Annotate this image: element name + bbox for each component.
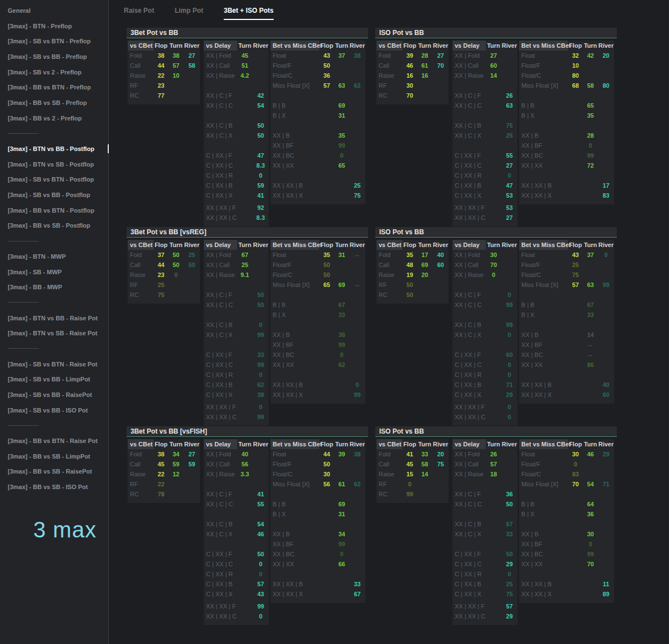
column-header: River <box>501 242 517 248</box>
sidebar-item[interactable]: [3max] - SB vs BB - Preflop <box>0 49 108 64</box>
table-header-row: vs CBetFlopTurnRiver <box>376 41 449 51</box>
column-header: River <box>432 42 449 49</box>
column-header: River <box>432 441 449 447</box>
stat-label: C | XX | R <box>204 571 237 577</box>
row-spacer <box>519 290 614 300</box>
stat-value-river: 50 <box>184 261 200 268</box>
tab-raise-pot[interactable]: Raise Pot <box>124 7 154 20</box>
sidebar-item[interactable]: [3max] - SB vs 2 - Preflop <box>0 64 108 80</box>
panel-tables: vs CBetFlopTurnRiverFold383827Call445758… <box>127 41 368 222</box>
sidebar-item[interactable]: General <box>0 3 108 18</box>
stat-label: Call <box>128 261 154 268</box>
panel-title: ISO Pot vs BB <box>375 426 617 437</box>
stat-row: Fold383827 <box>128 51 200 61</box>
sidebar-item[interactable]: [3max] - SB - MWP <box>0 264 108 280</box>
stat-value-river: 0 <box>501 571 517 577</box>
stat-value-river: 0 <box>253 371 269 378</box>
sidebar-item[interactable]: [3max] - BB - MWP <box>0 279 108 295</box>
stat-row: XX | BF0 <box>519 140 614 150</box>
stat-row: XX | C | C55 <box>204 499 269 509</box>
stat-value-turn: 28 <box>583 132 598 139</box>
stat-value-river: 27 <box>184 52 200 59</box>
sidebar-item[interactable]: [3max] - BB vs SB - Postflop <box>0 218 108 234</box>
stat-label: Raise <box>128 271 154 278</box>
stat-value-turn: 36 <box>583 511 598 517</box>
stat-label: XX | XX | X <box>270 391 319 398</box>
sidebar-item[interactable]: [3max] - BB vs 2 - Preflop <box>0 110 108 126</box>
stat-label: XX | C | B <box>452 521 486 527</box>
column-header: Turn <box>237 42 253 49</box>
stat-value-river: 0 <box>253 172 269 179</box>
stat-value-turn: 50 <box>168 251 184 258</box>
stat-row: C | XX | X38 <box>204 390 269 400</box>
stat-value-turn: 38 <box>168 52 184 59</box>
sidebar-item[interactable]: [3max] - SB vs BB - ISO Pot <box>0 402 108 418</box>
sidebar-item[interactable]: [3max] - SB vs BTN - Preflop <box>0 33 108 49</box>
app-root: General[3max] - BTN - Preflop[3max] - SB… <box>0 0 669 644</box>
column-header: Flop <box>403 42 417 49</box>
stat-row: XX | C | C63 <box>452 100 517 110</box>
sidebar-item[interactable]: [3max] - BTN vs SB - Raise Pot <box>0 325 108 341</box>
sidebar-item[interactable]: [3max] - SB vs BB - LimpPot <box>0 372 108 388</box>
stat-row: Float/F50 <box>270 459 365 469</box>
stat-label: XX | BF <box>519 142 568 149</box>
sidebar-item[interactable]: [3max] - SB vs BB - RaisePot <box>0 387 108 402</box>
stat-value-flop: 78 <box>154 491 168 497</box>
sidebar-item[interactable]: [3max] - BTN vs BB - Raise Pot <box>0 310 108 326</box>
tab-limp-pot[interactable]: Limp Pot <box>175 7 203 20</box>
stat-value-turn: 18 <box>486 471 501 477</box>
tab-3bet-iso-pots[interactable]: 3Bet + ISO Pots <box>224 7 274 20</box>
sidebar-item[interactable]: [3max] - BTN vs BB - Postflop <box>0 141 108 157</box>
stat-row: C | XX | F60 <box>452 350 517 360</box>
table-header-row: vs DelayTurnRiver <box>452 439 517 449</box>
stat-row: Raise2210 <box>128 71 200 80</box>
sidebar-item[interactable]: [3max] - SB vs BTN - Raise Pot <box>0 356 108 372</box>
sidebar-item[interactable]: [3max] - SB vs BB - Postflop <box>0 187 108 203</box>
stat-label: XX | C | C <box>452 102 486 109</box>
sidebar-item[interactable]: [3max] - BB vs BTN - Postflop <box>0 203 108 218</box>
stat-row: XX | XX | B25 <box>270 180 365 190</box>
sidebar-item[interactable]: [3max] - BB vs SB - Preflop <box>0 95 108 110</box>
stat-value-river: 25 <box>349 182 365 189</box>
row-spacer <box>204 509 269 519</box>
stat-value-river: 50 <box>253 301 269 308</box>
stat-row: XX | C | X99 <box>204 330 269 340</box>
sidebar-item[interactable]: [3max] - BB vs SB - LimpPot <box>0 449 108 464</box>
column-header: Turn <box>417 441 432 447</box>
main-content: Raise PotLimp Pot3Bet + ISO Pots 3Bet Po… <box>109 0 669 644</box>
sidebar-item[interactable]: [3max] - BTN - MWP <box>0 249 108 264</box>
sidebar-item[interactable]: [3max] - BB vs SB - RaisePot <box>0 464 108 480</box>
stat-value-river: 47 <box>253 152 269 159</box>
row-spacer <box>519 519 614 529</box>
stat-row: C | XX | C8.3 <box>204 160 269 170</box>
row-spacer <box>270 489 365 499</box>
stat-value-river: 63 <box>501 102 517 109</box>
tab-label: Limp Pot <box>175 7 203 14</box>
sidebar-item[interactable]: [3max] - SB vs BTN - Postflop <box>0 172 108 188</box>
stat-value-river: 92 <box>253 204 269 211</box>
stat-value-turn: 99 <box>583 551 598 557</box>
row-spacer <box>204 280 269 290</box>
column-header: River <box>598 242 614 248</box>
table-header-row: vs CBetFlopTurnRiver <box>376 439 449 449</box>
stat-label: XX | XX | C <box>204 414 237 420</box>
stat-row: XX | Fold40 <box>204 449 269 459</box>
stat-label: XX | C | B <box>452 321 486 328</box>
stat-value-river: 33 <box>501 531 517 537</box>
sidebar-item[interactable]: [3max] - BTN vs SB - Postflop <box>0 157 108 172</box>
stat-label: C | XX | C <box>452 561 486 567</box>
column-header: Turn <box>168 242 184 248</box>
stat-value-river: 0 <box>253 561 269 567</box>
stat-value-river: 38 <box>349 52 365 59</box>
stat-value-flop: 39 <box>403 52 417 59</box>
sidebar-item[interactable]: [3max] - BTN - Preflop <box>0 18 108 34</box>
column-header: Turn <box>168 441 184 447</box>
stat-label: Miss Float [X] <box>270 281 319 288</box>
sidebar-item[interactable]: [3max] - BB vs SB - ISO Pot <box>0 479 108 495</box>
sidebar-item[interactable]: [3max] - BB vs BTN - Raise Pot <box>0 433 108 449</box>
stat-label: B | B <box>519 501 568 507</box>
sidebar-item[interactable]: [3max] - BB vs BTN - Preflop <box>0 79 108 95</box>
stat-value-turn: 0 <box>583 541 598 547</box>
stat-value-turn: 33 <box>334 311 349 318</box>
stat-row: XX | C | X0 <box>452 330 517 340</box>
